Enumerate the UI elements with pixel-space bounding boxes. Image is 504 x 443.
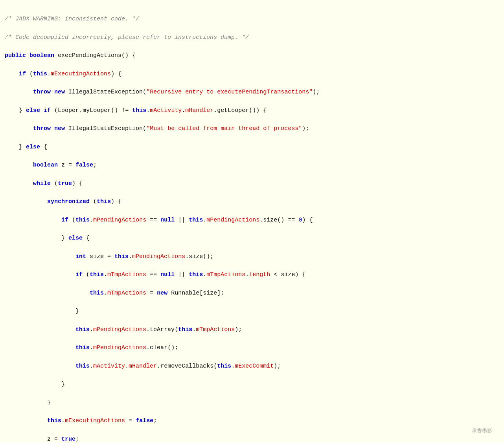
- kw-this-1: this: [33, 71, 47, 77]
- line-2: /* Code decompiled incorrectly, please r…: [5, 33, 499, 42]
- line-10: while (true) {: [5, 179, 499, 188]
- kw-false-2: false: [136, 417, 153, 424]
- line-9: boolean z = false;: [5, 161, 499, 170]
- kw-if: if: [19, 71, 26, 77]
- line-4: if (this.mExecutingActions) {: [5, 70, 499, 79]
- line-18: this.mPendingActions.toArray(this.mTmpAc…: [5, 325, 499, 334]
- comment-2: /* Code decompiled incorrectly, please r…: [5, 34, 249, 41]
- line-20: this.mActivity.mHandler.removeCallbacks(…: [5, 362, 499, 371]
- kw-if-3: if: [75, 271, 83, 278]
- kw-true-2: true: [61, 436, 75, 443]
- line-8: } else {: [5, 143, 499, 152]
- line-22: }: [5, 398, 499, 407]
- line-15: if (this.mTmpActions == null || this.mTm…: [5, 270, 499, 279]
- kw-else-1: else: [26, 144, 40, 150]
- kw-boolean: boolean: [29, 52, 54, 59]
- kw-else-if: else if: [26, 107, 51, 114]
- watermark-text: 承香墨影: [472, 428, 492, 434]
- kw-int-1: int: [75, 253, 86, 260]
- class-1: IllegalStateException: [68, 89, 143, 95]
- line-24: z = true;: [5, 435, 499, 443]
- line-3: public boolean execPendingActions() {: [5, 51, 499, 60]
- kw-boolean-2: boolean: [33, 162, 58, 168]
- kw-public: public: [5, 52, 26, 59]
- kw-false-1: false: [75, 162, 93, 168]
- kw-new-3: new: [157, 290, 167, 297]
- kw-new-1: new: [54, 89, 65, 95]
- class-2: IllegalStateException: [68, 125, 143, 132]
- line-16: this.mTmpActions = new Runnable[size];: [5, 289, 499, 298]
- line-21: }: [5, 380, 499, 389]
- kw-while: while: [33, 180, 51, 187]
- string-1: "Recursive entry to executePendingTransa…: [146, 89, 313, 95]
- line-23: this.mExecutingActions = false;: [5, 416, 499, 425]
- comment-1: /* JADX WARNING: inconsistent code. */: [5, 16, 139, 22]
- line-7: throw new IllegalStateException("Must be…: [5, 124, 499, 133]
- watermark: 承香墨影: [472, 427, 492, 435]
- kw-null-1: null: [160, 217, 175, 223]
- kw-null-2: null: [160, 271, 175, 278]
- method-name: execPendingActions: [58, 52, 121, 59]
- kw-if-2: if: [61, 217, 68, 223]
- kw-true-1: true: [58, 180, 72, 187]
- line-19: this.mPendingActions.clear();: [5, 343, 499, 352]
- kw-synchronized: synchronized: [47, 198, 90, 205]
- code-viewer: /* JADX WARNING: inconsistent code. */ /…: [5, 4, 499, 443]
- kw-throw-2: throw: [33, 125, 51, 132]
- line-11: synchronized (this) {: [5, 197, 499, 206]
- string-2: "Must be called from main thread of proc…: [146, 125, 302, 132]
- line-6: } else if (Looper.myLooper() != this.mAc…: [5, 106, 499, 115]
- line-5: throw new IllegalStateException("Recursi…: [5, 88, 499, 97]
- kw-else-2: else: [68, 235, 83, 242]
- line-1: /* JADX WARNING: inconsistent code. */: [5, 15, 499, 24]
- kw-throw: throw: [33, 89, 51, 95]
- line-13: } else {: [5, 234, 499, 243]
- kw-new-2: new: [54, 125, 65, 132]
- line-12: if (this.mPendingActions == null || this…: [5, 216, 499, 225]
- line-14: int size = this.mPendingActions.size();: [5, 252, 499, 261]
- line-17: }: [5, 307, 499, 316]
